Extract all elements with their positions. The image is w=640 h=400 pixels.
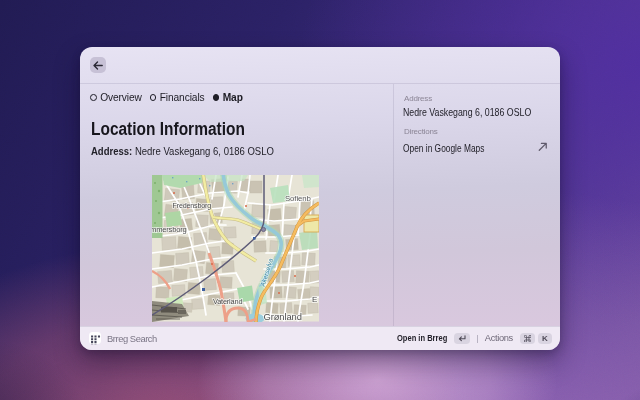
svg-text:Vaterland: Vaterland [213, 297, 242, 306]
svg-text:E: E [312, 295, 317, 304]
svg-text:Fredensborg: Fredensborg [172, 201, 211, 210]
svg-text:Sofienb: Sofienb [285, 194, 312, 203]
svg-text:Grønland: Grønland [263, 311, 301, 322]
svg-text:mmersborg: mmersborg [152, 225, 187, 234]
